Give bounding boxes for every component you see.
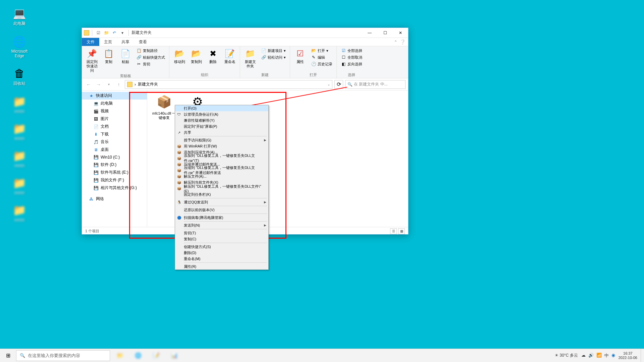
- breadcrumb-item[interactable]: 新建文件夹: [138, 81, 158, 87]
- desktop-icon-this-pc[interactable]: 💻 此电脑: [7, 7, 32, 26]
- copyto-button[interactable]: 📂复制到: [189, 48, 204, 65]
- pasteshortcut-button[interactable]: 🔗粘贴快捷方式: [135, 54, 166, 60]
- recent-dropdown[interactable]: ▾: [105, 80, 113, 88]
- tray-app-icon[interactable]: ◉: [611, 353, 615, 359]
- context-menu-item[interactable]: 还原以前的版本(V): [175, 207, 268, 213]
- details-view-button[interactable]: ☰: [390, 228, 397, 234]
- ribbon-collapse-icon[interactable]: ⌃: [394, 40, 397, 44]
- back-button[interactable]: ←: [85, 80, 93, 88]
- sidebar-item[interactable]: 🖥桌面: [82, 146, 147, 154]
- moveto-button[interactable]: 📂移动到: [172, 48, 187, 65]
- context-menu-item[interactable]: 重命名(M): [175, 256, 268, 262]
- task-item[interactable]: 📊: [166, 349, 183, 362]
- context-menu-item[interactable]: 🛡以管理员身份运行(A): [175, 111, 268, 117]
- open-button[interactable]: 📂打开 ▾: [310, 48, 334, 54]
- edit-button[interactable]: ✎编辑: [310, 54, 334, 60]
- desktop-icon-blurred[interactable]: 📁xxxxx: [7, 149, 32, 168]
- minimize-button[interactable]: —: [362, 28, 377, 38]
- sidebar-item[interactable]: 💾软件与系统 (E:): [82, 169, 147, 176]
- desktop-icon-blurred[interactable]: 📁xxxxx: [7, 95, 32, 114]
- newitem-button[interactable]: 📄新建项目 ▾: [260, 48, 287, 54]
- pin-button[interactable]: 📌固定到快速访问: [85, 48, 99, 73]
- icons-view-button[interactable]: ▦: [398, 228, 405, 234]
- context-menu-item[interactable]: 固定到"开始"屏幕(P): [175, 123, 268, 129]
- qat-dropdown-icon[interactable]: ▾: [119, 29, 126, 36]
- sidebar-item[interactable]: 💾相片与其他文件 (G:): [82, 184, 147, 192]
- qat-new-folder-icon[interactable]: 📁: [103, 29, 110, 36]
- sidebar-item[interactable]: 💾我的文件 (F:): [82, 176, 147, 184]
- desktop-icon-recycle-bin[interactable]: 🗑 回收站: [7, 67, 32, 86]
- qat-undo-icon[interactable]: ↶: [111, 29, 118, 36]
- context-menu-item[interactable]: 授予访问权限(G)▶: [175, 137, 268, 143]
- properties-button[interactable]: ☑属性: [293, 48, 308, 65]
- copy-button[interactable]: 📋复制: [101, 48, 116, 65]
- tab-home[interactable]: 主页: [99, 38, 117, 46]
- tab-share[interactable]: 共享: [117, 38, 134, 46]
- context-menu-item[interactable]: 📦解压到 "DLL修复工具，一键修复丢失DLL文件\"(E): [175, 185, 268, 191]
- tray-wifi-icon[interactable]: 📶: [596, 353, 602, 359]
- context-menu-item[interactable]: 📦添加到 "DLL修复工具，一键修复丢失DLL文件.rar"(T): [175, 155, 268, 161]
- taskbar-search[interactable]: 🔍 在这里输入你要搜索的内容: [16, 350, 110, 361]
- context-menu-item[interactable]: 删除(D): [175, 250, 268, 256]
- weather-widget[interactable]: ☀ 30°C 多云: [555, 353, 578, 358]
- sidebar-item[interactable]: 🖧网络: [82, 195, 147, 203]
- maximize-button[interactable]: ☐: [377, 28, 393, 38]
- sidebar-item[interactable]: 🎵音乐: [82, 138, 147, 146]
- context-menu-item[interactable]: 📦用 WinRAR 打开(W): [175, 143, 268, 149]
- tab-view[interactable]: 查看: [134, 38, 152, 46]
- search-input[interactable]: 🔍 在 新建文件夹 中...: [345, 80, 406, 89]
- context-menu-item[interactable]: ↗共享: [175, 129, 268, 135]
- help-icon[interactable]: ❔: [400, 39, 406, 45]
- context-menu-item[interactable]: 固定到任务栏(K): [175, 191, 268, 197]
- up-button[interactable]: ↑: [115, 80, 123, 88]
- sidebar-item[interactable]: 🖼图片: [82, 115, 147, 123]
- qat-properties-icon[interactable]: ☑: [95, 29, 102, 36]
- context-menu-item[interactable]: 📦压缩到 "DLL修复工具，一键修复丢失DLL文件.rar" 并通过邮件发送: [175, 167, 268, 173]
- address-path[interactable]: › 新建文件夹 ⌄: [125, 80, 332, 89]
- rename-button[interactable]: 📝重命名: [222, 48, 237, 65]
- invert-button[interactable]: ◧反向选择: [339, 61, 364, 67]
- context-menu-item[interactable]: 剪切(T): [175, 230, 268, 236]
- context-menu-item[interactable]: 创建快捷方式(S): [175, 244, 268, 250]
- file-item-rar[interactable]: 📦 mfc140u.dll 一键修复: [151, 94, 177, 120]
- close-button[interactable]: ✕: [393, 28, 408, 38]
- context-menu-item[interactable]: 打开(O): [175, 105, 268, 111]
- task-item[interactable]: 📁: [111, 349, 129, 362]
- desktop-icon-blurred[interactable]: 📁xxxxx: [7, 203, 32, 222]
- task-item[interactable]: 🌐: [129, 349, 147, 362]
- context-menu-item[interactable]: 属性(R): [175, 263, 268, 269]
- selectnone-button[interactable]: ☐全部取消: [339, 54, 364, 60]
- paste-button[interactable]: 📄粘贴: [118, 48, 133, 65]
- tray-sound-icon[interactable]: 🔊: [588, 353, 594, 359]
- sidebar-item[interactable]: ⬇下载: [82, 130, 147, 138]
- sidebar-item[interactable]: 💾软件 (D:): [82, 161, 147, 169]
- cut-button[interactable]: ✂剪切: [135, 61, 166, 67]
- desktop-icon-edge[interactable]: 🌐 Microsoft Edge: [7, 35, 32, 58]
- task-item[interactable]: 📝: [148, 349, 165, 362]
- context-menu-item[interactable]: 🐧通过QQ发送到▶: [175, 199, 268, 205]
- sidebar-item[interactable]: 📄文档: [82, 123, 147, 130]
- history-button[interactable]: 🕐历史记录: [310, 61, 334, 67]
- delete-button[interactable]: ✖删除: [206, 48, 220, 65]
- sidebar-item[interactable]: 💻此电脑: [82, 100, 147, 107]
- tray-ime-icon[interactable]: 中: [604, 353, 609, 359]
- context-menu-item[interactable]: 兼容性疑难解答(Y): [175, 117, 268, 123]
- context-menu-item[interactable]: 🔵扫描病毒(腾讯电脑管家): [175, 215, 268, 221]
- sidebar-item[interactable]: 🎬视频: [82, 107, 147, 115]
- easyaccess-button[interactable]: 🔗轻松访问 ▾: [260, 54, 287, 60]
- sidebar-item[interactable]: ★快速访问: [82, 92, 147, 100]
- tray-clock[interactable]: 16:37 2022-10-06: [619, 351, 637, 360]
- tray-cloud-icon[interactable]: ☁: [581, 353, 586, 359]
- tab-file[interactable]: 文件: [82, 38, 99, 46]
- show-desktop-button[interactable]: [641, 349, 643, 362]
- copypath-button[interactable]: 📋复制路径: [135, 48, 166, 54]
- desktop-icon-blurred[interactable]: 📁xxxxx: [7, 176, 32, 195]
- context-menu-item[interactable]: 📦解压文件(A)...: [175, 173, 268, 179]
- context-menu-item[interactable]: 发送到(N)▶: [175, 222, 268, 228]
- desktop-icon-blurred[interactable]: 📁xxxxx: [7, 122, 32, 141]
- start-button[interactable]: ⊞: [0, 349, 16, 362]
- sidebar-item[interactable]: 💾Win10 (C:): [82, 154, 147, 161]
- titlebar[interactable]: ☑ 📁 ↶ ▾ 新建文件夹 — ☐ ✕: [82, 28, 408, 38]
- forward-button[interactable]: →: [95, 80, 103, 88]
- newfolder-button[interactable]: 📁新建文件夹: [243, 48, 258, 69]
